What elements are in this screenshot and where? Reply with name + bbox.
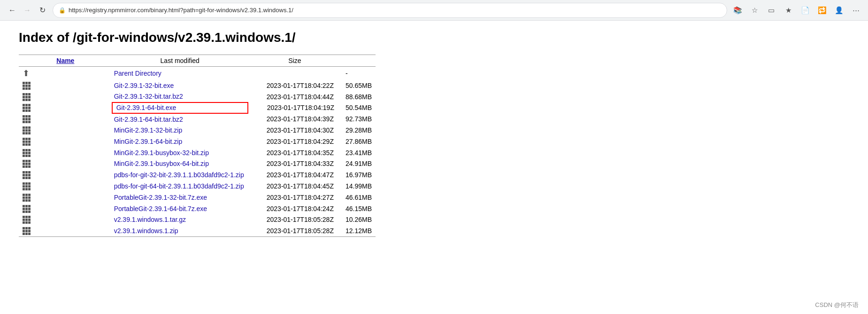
back-button[interactable]: ← (6, 4, 19, 17)
file-name-cell: Git-2.39.1-64-bit.tar.bz2 (112, 113, 248, 125)
file-type-icon (23, 227, 31, 235)
table-row: MinGit-2.39.1-busybox-32-bit.zip2023-01-… (19, 147, 376, 158)
file-modified-cell: 2023-01-17T18:04:24Z (248, 203, 342, 214)
file-icon-cell (19, 125, 112, 136)
table-header-row: Name Last modified Size (19, 55, 376, 67)
file-type-icon (23, 93, 31, 101)
file-link[interactable]: PortableGit-2.39.1-32-bit.7z.exe (114, 194, 207, 201)
file-name-cell: Git-2.39.1-32-bit.tar.bz2 (112, 91, 248, 102)
file-link[interactable]: v2.39.1.windows.1.zip (114, 227, 178, 235)
file-link[interactable]: pdbs-for-git-64-bit-2.39.1.1.b03dafd9c2-… (114, 182, 244, 190)
edge-icon[interactable]: 🔁 (815, 4, 829, 17)
file-type-icon (23, 216, 31, 224)
reader-mode-button[interactable]: 📚 (731, 4, 744, 17)
file-type-icon (23, 149, 31, 157)
table-row: v2.39.1.windows.1.zip2023-01-17T18:05:28… (19, 225, 376, 236)
file-link[interactable]: Parent Directory (114, 70, 161, 77)
toolbar-icons: 📚 ☆ ▭ ★ 📄 🔁 👤 ⋯ (731, 4, 862, 17)
collections-button[interactable]: 📄 (799, 4, 812, 17)
profile-button[interactable]: 👤 (832, 4, 845, 17)
name-sort-link[interactable]: Name (56, 57, 74, 64)
file-type-icon (23, 126, 31, 134)
file-modified-cell: 2023-01-17T18:04:39Z (248, 113, 342, 125)
file-type-icon (23, 138, 31, 146)
file-size-cell: 24.91MB (342, 158, 376, 170)
file-icon-cell (19, 169, 112, 181)
more-button[interactable]: ⋯ (849, 4, 862, 17)
file-link[interactable]: Git-2.39.1-32-bit.tar.bz2 (114, 93, 183, 100)
file-table: Name Last modified Size ⬆Parent Director… (19, 55, 376, 237)
file-name-cell: MinGit-2.39.1-busybox-64-bit.zip (112, 158, 248, 170)
file-link[interactable]: Git-2.39.1-64-bit.exe (116, 104, 177, 111)
file-icon-cell (19, 113, 112, 125)
file-icon-cell (19, 102, 112, 114)
nav-buttons: ← → ↻ (6, 4, 49, 17)
file-icon-cell (19, 181, 112, 192)
file-link[interactable]: MinGit-2.39.1-32-bit.zip (114, 126, 183, 134)
file-name-cell: MinGit-2.39.1-64-bit.zip (112, 136, 248, 147)
address-bar[interactable]: 🔒 https://registry.npmmirror.com/binary.… (53, 3, 727, 18)
split-view-button[interactable]: ▭ (765, 4, 778, 17)
reload-button[interactable]: ↻ (36, 4, 49, 17)
file-link[interactable]: MinGit-2.39.1-busybox-64-bit.zip (114, 160, 209, 167)
file-modified-cell: 2023-01-17T18:04:35Z (248, 147, 342, 158)
table-row: MinGit-2.39.1-64-bit.zip2023-01-17T18:04… (19, 136, 376, 147)
file-modified-cell: 2023-01-17T18:04:30Z (248, 125, 342, 136)
file-size-cell: 50.65MB (342, 80, 376, 91)
page-content: Index of /git-for-windows/v2.39.1.window… (0, 21, 868, 246)
table-row: ⬆Parent Directory- (19, 67, 376, 80)
table-row: MinGit-2.39.1-32-bit.zip2023-01-17T18:04… (19, 125, 376, 136)
file-modified-cell: 2023-01-17T18:04:45Z (248, 181, 342, 192)
file-link[interactable]: v2.39.1.windows.1.tar.gz (114, 216, 186, 223)
file-link[interactable]: Git-2.39.1-64-bit.tar.bz2 (114, 116, 183, 123)
file-link[interactable]: Git-2.39.1-32-bit.exe (114, 82, 174, 89)
file-name-cell: Git-2.39.1-32-bit.exe (112, 80, 248, 91)
parent-dir-icon: ⬆ (23, 69, 30, 78)
file-size-cell: 46.15MB (342, 203, 376, 214)
file-icon-cell (19, 136, 112, 147)
file-type-icon (23, 182, 31, 190)
table-row: Git-2.39.1-32-bit.tar.bz22023-01-17T18:0… (19, 91, 376, 102)
file-name-cell: MinGit-2.39.1-busybox-32-bit.zip (112, 147, 248, 158)
file-name-cell: PortableGit-2.39.1-32-bit.7z.exe (112, 192, 248, 203)
file-size-cell: 12.12MB (342, 225, 376, 236)
file-modified-cell: 2023-01-17T18:05:28Z (248, 214, 342, 226)
bookmark-button[interactable]: ☆ (748, 4, 761, 17)
file-size-cell: 50.54MB (342, 102, 376, 114)
table-row: pdbs-for-git-64-bit-2.39.1.1.b03dafd9c2-… (19, 181, 376, 192)
file-name-cell: Git-2.39.1-64-bit.exe (112, 102, 248, 114)
file-link[interactable]: pdbs-for-git-32-bit-2.39.1.1.b03dafd9c2-… (114, 171, 244, 179)
forward-button[interactable]: → (21, 4, 34, 17)
table-row: pdbs-for-git-32-bit-2.39.1.1.b03dafd9c2-… (19, 169, 376, 181)
file-type-icon (23, 82, 31, 90)
file-size-cell: 27.86MB (342, 136, 376, 147)
favorites-button[interactable]: ★ (782, 4, 795, 17)
file-size-cell: 14.99MB (342, 181, 376, 192)
file-type-icon (23, 160, 31, 168)
file-name-cell: v2.39.1.windows.1.tar.gz (112, 214, 248, 226)
file-size-cell: 29.28MB (342, 125, 376, 136)
file-link[interactable]: PortableGit-2.39.1-64-bit.7z.exe (114, 205, 207, 212)
table-row: Git-2.39.1-32-bit.exe2023-01-17T18:04:22… (19, 80, 376, 91)
file-link[interactable]: MinGit-2.39.1-busybox-32-bit.zip (114, 149, 209, 157)
file-size-cell: - (342, 67, 376, 80)
file-icon-cell (19, 80, 112, 91)
file-link[interactable]: MinGit-2.39.1-64-bit.zip (114, 138, 183, 145)
file-modified-cell: 2023-01-17T18:04:44Z (248, 91, 342, 102)
file-icon-cell (19, 192, 112, 203)
file-type-icon (23, 194, 31, 202)
file-name-cell: PortableGit-2.39.1-64-bit.7z.exe (112, 203, 248, 214)
file-icon-cell (19, 203, 112, 214)
file-size-cell: 92.73MB (342, 113, 376, 125)
file-size-cell: 46.61MB (342, 192, 376, 203)
file-type-icon (23, 115, 31, 123)
file-type-icon (23, 104, 31, 112)
file-modified-cell: 2023-01-17T18:04:47Z (248, 169, 342, 181)
file-icon-cell: ⬆ (19, 67, 112, 80)
file-modified-cell: 2023-01-17T18:04:29Z (248, 136, 342, 147)
table-row: Git-2.39.1-64-bit.tar.bz22023-01-17T18:0… (19, 113, 376, 125)
file-modified-cell: 2023-01-17T18:04:19Z (248, 102, 342, 114)
file-icon-cell (19, 147, 112, 158)
file-modified-cell: 2023-01-17T18:04:33Z (248, 158, 342, 170)
file-size-cell: 23.41MB (342, 147, 376, 158)
